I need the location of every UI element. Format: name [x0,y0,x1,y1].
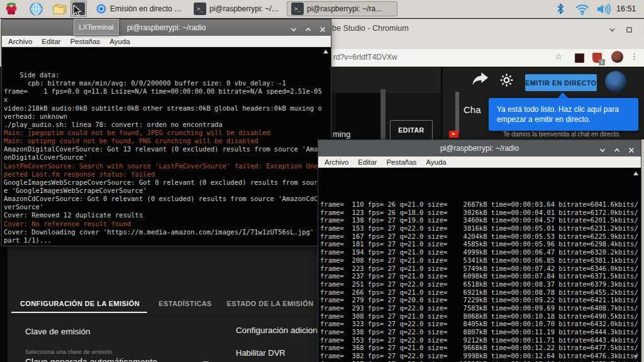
terminal-line: frame= 368 fps= 27 q=21.0 size= 9668kB t… [320,344,641,352]
terminal-line: Cover: Resizing from 1440x1440 to 120x12… [4,244,331,246]
terminal-line: AmazonCdCoverSource: Got 0 relevant (0 e… [4,195,331,203]
terminal-line: frame= 153 fps= 27 q=22.0 size= 3816kB t… [320,224,641,233]
terminal-line: frame= 323 fps= 27 q=22.0 size= 8405kB t… [320,320,641,328]
clock[interactable]: 16:51 [616,4,636,13]
terminal-line: x [4,96,331,104]
tooltip-text-line2: empezar a emitir en directo. [497,114,638,124]
bluetooth-icon[interactable] [556,3,565,18]
scrollbar[interactable] [380,89,386,141]
studio-profile-avatar[interactable] [605,71,626,92]
page-edge [0,246,8,362]
youtube-chat-icon [449,131,458,138]
terminal-line: onDigitalCoverSource' [4,153,331,162]
terminal1-menubar: ArchivoEditarPestañasAyuda [2,36,331,47]
terminal1-titlebar[interactable]: pi@raspberrypi: ~/radio [2,19,331,36]
terminal-window-1: pi@raspberrypi: ~/radio ArchivoEditarPes… [1,19,331,246]
menu-item-editar[interactable]: Editar [42,38,60,45]
menu-item-pestañas[interactable]: Pestañas [386,158,416,166]
desktop: be Studio - Chromium rd?v=6rIdfT4DVXw ☆ … [0,0,644,362]
file-manager-icon[interactable] [52,1,68,17]
terminal1-title: pi@raspberrypi: ~/radio [127,23,206,32]
terminal-window-2: pi@raspberrypi: ~/radio ArchivoEditarPes… [318,140,641,362]
task-button-chromium[interactable]: Emisión en directo - Y... [92,1,187,16]
terminal2-window-controls [599,145,635,156]
terminal1-output[interactable]: Side data: cpb: bitrate max/min/avg: 0/0… [2,47,331,246]
terminal-line: video:218kB audio:0kB subtitle:0kB other… [4,104,331,112]
extension-icon[interactable] [575,53,584,63]
task-button-label: pi@raspberrypi: ~/ra... [209,4,280,13]
terminal-line: frame= 208 fps= 27 q=21.0 size= 5341kB t… [320,256,641,265]
volume-icon[interactable] [596,3,611,18]
shade-icon[interactable] [609,25,616,36]
terminal2-output[interactable]: frame= 110 fps= 26 q=21.0 size= 2687kB t… [318,168,641,362]
tab-stream-settings[interactable]: CONFIGURACIÓN DE LA EMISIÓN [13,300,147,307]
task-button-terminal-2[interactable]: >_pi@raspberrypi: ~/ra... [287,1,397,16]
extension-badge: 1 [599,59,605,65]
task-button-terminal-1[interactable]: >_pi@raspberrypi: ~/ra... [190,1,284,16]
address-bar[interactable]: rd?v=6rIdfT4DVXw [333,53,397,62]
terminal-icon: >_ [194,3,206,15]
terminal-line: frame= 194 fps= 27 q=21.0 size= 4999kB t… [320,248,641,256]
maximize-icon[interactable] [614,145,620,156]
terminal-line: verSource' [4,203,331,211]
terminal2-menubar: ArchivoEditarPestañasAyuda [318,156,641,168]
terminal-line: frame= 293 fps= 27 q=22.0 size= 7583kB t… [320,304,641,312]
scroll-up-icon[interactable] [323,50,328,53]
taskbar-tooltip: LXTerminal [74,19,119,35]
share-icon[interactable] [470,72,489,89]
mouse-cursor [73,5,83,20]
menu-item-ayuda[interactable]: Ayuda [109,38,130,45]
video-title-partial: ming [333,129,350,139]
shade-icon[interactable] [599,145,606,156]
task-button-label: Emisión en directo - Y... [110,4,184,13]
menu-item-editar[interactable]: Editar [358,158,377,166]
maximize-icon[interactable] [305,24,311,35]
terminal2-titlebar[interactable]: pi@raspberrypi: ~/radio [318,140,641,156]
terminal-line: Cover: Downloading cover 'https://m.medi… [4,228,331,236]
maximize-icon[interactable] [626,25,633,36]
terminal-line: frame= 382 fps= 27 q=22.0 size= 9998kB t… [320,352,641,360]
menu-item-pestañas[interactable]: Pestañas [70,38,100,45]
active-tab-underline [11,312,147,313]
tab-stream-status[interactable]: ESTADO DE LA EMISIÓN [225,300,316,307]
terminal-line: Side data: [4,71,331,79]
shade-icon[interactable] [291,24,297,35]
terminal1-window-controls [291,24,326,35]
browser-profile-avatar[interactable] [611,51,623,63]
terminal-line: frame= 266 fps= 27 q=21.0 size= 6921kB t… [320,288,641,297]
terminal-line: frame= 338 fps= 27 q=22.0 size= 8807kB t… [320,328,641,336]
scroll-up-icon[interactable] [633,172,638,175]
web-browser-icon[interactable] [28,1,44,17]
terminal-line: Main: jpegoptim could not be found, JPEG… [4,129,331,137]
terminal-line: frame= 251 fps= 27 q=22.0 size= 6518kB t… [320,280,641,288]
menu-item-archivo[interactable]: Archivo [8,38,32,45]
tab-statistics[interactable]: ESTADÍSTICAS [149,300,221,307]
chat-welcome-text: Te damos la bienvenida al chat en direct… [503,131,621,138]
gear-icon[interactable] [499,72,514,90]
terminal-line: Cover: No reference result found [4,220,331,228]
close-icon[interactable] [628,145,635,156]
browser-menu-icon[interactable]: ⋮ [630,52,638,61]
menu-item-ayuda[interactable]: Ayuda [426,158,446,166]
chat-scrollbar[interactable] [455,92,459,133]
stream-key-section-title: Clave de emisión [25,327,91,336]
scroll-down-icon[interactable] [633,355,638,359]
terminal2-title: pi@raspberrypi: ~/radio [440,144,519,153]
broadcast-button[interactable]: EMITIR EN DIRECTO [525,74,597,91]
stream-key-select-label: Selecciona una clave de emisión [25,348,112,355]
menu-item-archivo[interactable]: Archivo [325,158,348,166]
terminal-line: frame= 237 fps= 27 q=21.0 size= 6098kB t… [320,272,641,280]
terminal-line: frame= 123 fps= 26 q=18.0 size= 3026kB t… [320,209,641,217]
close-icon[interactable] [319,24,326,35]
taskbar: >_ Emisión en directo - Y...>_pi@raspber… [0,0,644,18]
wifi-icon[interactable] [575,3,590,18]
stream-key-select[interactable]: Clave generada automáticamente [25,357,157,362]
terminal-line: frame= 308 fps= 27 q=21.0 size= 8068kB t… [320,312,641,321]
terminal-line: cpb: bitrate max/min/avg: 0/0/200000 buf… [4,79,331,87]
edit-button[interactable]: EDITAR [390,120,433,140]
terminal-line: AmazonDigitalCoverSource: Got 13 relevan… [4,145,331,153]
raspberry-menu-icon[interactable] [3,1,19,17]
terminal-line: part 1/1)... [4,236,331,244]
window-border [641,140,644,362]
bookmark-star-icon[interactable]: ☆ [555,52,563,62]
